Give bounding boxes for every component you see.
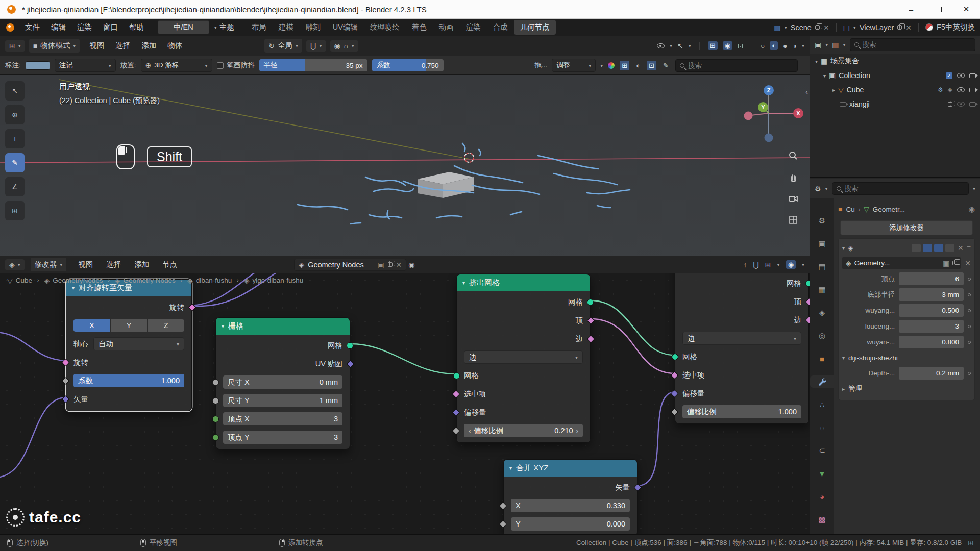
snap-mode-icon[interactable]: ⊞ <box>765 261 771 268</box>
viewport-menu-select[interactable]: 选择 <box>110 41 136 51</box>
menu-window[interactable]: 窗口 <box>97 22 124 32</box>
tab-modifiers[interactable] <box>810 375 834 388</box>
collapse-icon[interactable]: ▾ <box>222 323 224 329</box>
modifier-wrench-icon[interactable]: ⚙ <box>938 87 943 93</box>
decorator-dot[interactable] <box>968 325 971 328</box>
node-menu-view[interactable]: 视图 <box>72 260 99 269</box>
properties-editor-icon[interactable]: ⚙ <box>815 185 821 192</box>
xray-toggle-icon[interactable]: ⊡ <box>738 42 744 49</box>
pin-icon[interactable]: ◉ <box>969 206 975 213</box>
outliner-search-input[interactable] <box>863 41 971 48</box>
move-tool-button[interactable]: + <box>5 129 24 148</box>
disable-render-icon[interactable] <box>969 88 976 92</box>
workspace-tab-rendering[interactable]: 渲染 <box>460 20 487 35</box>
vector-socket[interactable] <box>62 395 70 403</box>
decorator-dot[interactable] <box>968 341 971 344</box>
factor-field[interactable]: 系数 1.000 <box>74 374 184 387</box>
menu-edit[interactable]: 编辑 <box>45 22 71 32</box>
mode-dropdown[interactable]: 边 ▾ <box>682 332 801 345</box>
gizmo-z-axis[interactable] <box>764 85 774 95</box>
brush-icon[interactable]: ✎ <box>661 61 671 70</box>
shading-wireframe-icon[interactable]: ○ <box>761 42 765 49</box>
collapse-icon[interactable]: ▾ <box>72 285 75 291</box>
editor-type-button[interactable]: ⊞ ▾ <box>5 40 25 52</box>
color-wheel-icon[interactable] <box>607 62 615 69</box>
select-tool-button[interactable]: ↖ <box>5 81 24 101</box>
node-extrude-mesh-2[interactable]: 网格 顶 边 边 ▾ <box>675 273 809 424</box>
viewlayer-icon[interactable]: ▤ <box>843 24 850 31</box>
shading-rendered-icon[interactable]: ◑ <box>793 42 797 49</box>
stroke-placement-icon[interactable]: ⊞ <box>620 61 629 70</box>
hide-viewport-icon[interactable] <box>957 102 965 107</box>
region-expand-icon[interactable]: ‹ <box>805 87 808 96</box>
float-socket[interactable] <box>499 502 507 510</box>
drag-handle-icon[interactable]: ≡ <box>967 244 971 252</box>
disable-render-icon[interactable] <box>969 73 976 78</box>
tab-material[interactable]: ◕ <box>814 490 831 503</box>
annotation-color-swatch[interactable] <box>26 61 50 70</box>
tab-particles[interactable]: ∴ <box>814 398 831 411</box>
node-header[interactable]: ▾ 挤出网格 <box>457 274 590 291</box>
tab-tool[interactable]: ⚙ <box>814 215 831 227</box>
zoom-icon[interactable] <box>788 151 798 161</box>
overlay-toggle-icon[interactable]: ◉ <box>786 260 796 269</box>
size-y-field[interactable]: 尺寸 Y 1 mm <box>223 394 342 407</box>
outliner-search[interactable] <box>850 38 975 51</box>
tab-viewlayer[interactable]: ▦ <box>814 284 831 296</box>
node-context-dropdown[interactable]: 修改器 ▾ <box>31 258 67 271</box>
overlays-toggle-icon[interactable]: ◉ <box>723 41 732 50</box>
outliner-row-camera[interactable]: xiangji <box>810 97 980 111</box>
add-cube-tool-button[interactable]: ⊞ <box>5 201 24 220</box>
pan-hand-icon[interactable] <box>788 172 798 182</box>
decorator-dot[interactable] <box>968 293 971 296</box>
restrict-select-icon[interactable] <box>948 102 952 107</box>
node-menu-add[interactable]: 添加 <box>129 260 155 269</box>
theme-dropdown[interactable]: ▾ 主题 <box>214 22 234 32</box>
scene-name[interactable]: Scene <box>791 23 812 32</box>
geometry-socket[interactable] <box>587 299 594 306</box>
outliner-row-collection[interactable]: ▾ ▣ Collection ✓ <box>810 68 980 83</box>
shading-material-icon[interactable]: ● <box>783 42 787 49</box>
toggle-edit-mode[interactable] <box>923 244 932 252</box>
mode-dropdown[interactable]: ■ 物体模式 ▾ <box>29 39 80 53</box>
maximize-button[interactable] <box>925 0 952 18</box>
properties-search[interactable] <box>832 182 969 195</box>
vector-socket[interactable] <box>452 408 460 416</box>
factor-slider[interactable]: 系数 0.750 <box>372 59 444 71</box>
unlink-icon[interactable]: ✕ <box>965 260 971 267</box>
gizmo-x-axis[interactable] <box>793 108 803 118</box>
disclosure-icon[interactable]: ▾ <box>842 245 845 251</box>
value-field[interactable]: 6 <box>899 272 964 285</box>
boolean-socket[interactable] <box>587 316 595 324</box>
unlink-scene-icon[interactable]: ✕ <box>823 24 829 31</box>
tool-search-input[interactable] <box>688 62 793 69</box>
disclosure-icon[interactable]: ▾ <box>823 73 826 79</box>
annotate-tool-button[interactable]: ✎ <box>5 153 24 172</box>
decorator-dot[interactable] <box>968 278 971 281</box>
workspace-tab-shading[interactable]: 着色 <box>406 20 433 35</box>
tab-world[interactable]: ◎ <box>814 330 831 342</box>
decrement-arrow-icon[interactable]: ‹ <box>469 427 471 435</box>
axis-y-button[interactable]: Y <box>111 319 148 332</box>
copies-icon[interactable] <box>952 261 957 265</box>
boolean-socket[interactable] <box>587 335 595 343</box>
float-socket[interactable] <box>212 379 219 386</box>
size-x-field[interactable]: 尺寸 X 0 mm <box>223 375 342 389</box>
toggle-on-cage[interactable] <box>912 244 921 252</box>
node-grid[interactable]: ▾ 栅格 网格 UV 贴图 尺寸 X 0 mm <box>215 317 350 449</box>
decorator-dot[interactable] <box>968 309 971 312</box>
breadcrumb-item-subgroup[interactable]: ◈ yige-diban-fushu <box>244 277 304 284</box>
tab-constraints[interactable]: ⊂ <box>814 444 831 457</box>
new-scene-icon[interactable] <box>815 25 820 30</box>
snap-toggle[interactable]: ⋃ ▾ <box>306 40 326 52</box>
workspace-tab-uv[interactable]: UV编辑 <box>327 20 364 35</box>
add-modifier-button[interactable]: 添加修改器 <box>840 220 973 235</box>
breadcrumb-item-tree[interactable]: ◈ Geometry Nodes <box>115 277 176 284</box>
menu-render[interactable]: 渲染 <box>71 22 97 32</box>
close-modifier-icon[interactable]: ✕ <box>958 244 964 252</box>
vector-socket[interactable] <box>347 360 355 368</box>
viewport-menu-add[interactable]: 添加 <box>136 41 162 51</box>
breadcrumb-item-modifier[interactable]: ◈ GeometryNodes <box>44 277 103 284</box>
navigation-gizmo[interactable]: Z Y X <box>744 85 804 142</box>
decorator-dot[interactable] <box>968 372 971 375</box>
